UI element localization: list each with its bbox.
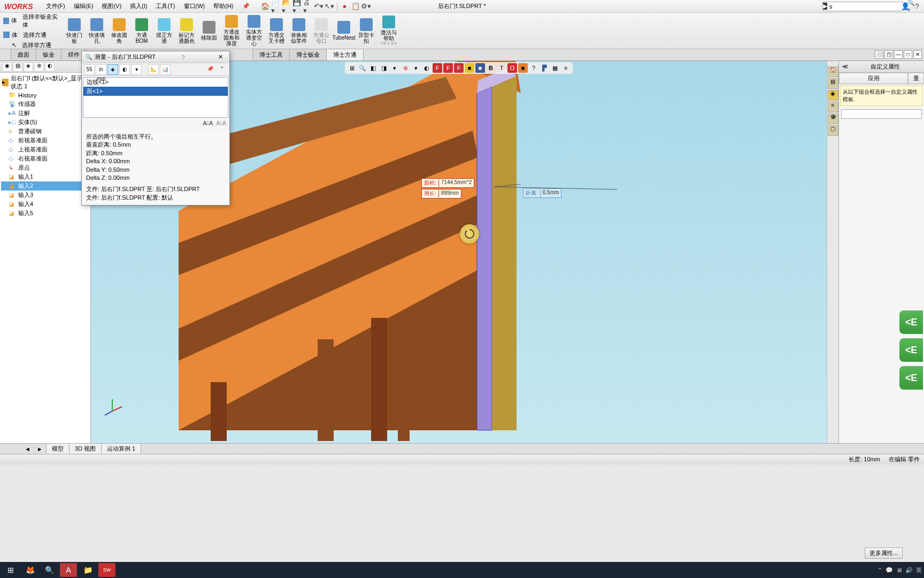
save-icon[interactable]: 💾▾ (292, 2, 302, 11)
sel-tube[interactable]: 选择方通 (23, 31, 47, 39)
rib-hollow[interactable]: 实体方通变空心 (243, 13, 265, 49)
rside-box-icon[interactable]: ▢ (828, 125, 838, 136)
menu-insert[interactable]: 插入(I) (127, 1, 150, 11)
tree-import5[interactable]: ◪输入5 (1, 209, 89, 218)
more-properties-button[interactable]: 更多属性... (865, 547, 903, 559)
win-expand-icon[interactable]: ⬜ (875, 50, 883, 59)
side-tab-2[interactable]: <E (899, 338, 923, 362)
user-icon[interactable]: 👤 (900, 2, 910, 11)
tray-chevron-icon[interactable]: ⌃ (877, 567, 882, 574)
rib-align-tube[interactable]: 摆正方通 (153, 13, 175, 49)
tree-import2[interactable]: ◪输入2 (1, 181, 89, 191)
tree-front-plane[interactable]: ◇前视基准面 (1, 136, 89, 145)
rib-tube-bom[interactable]: 方通BOM (130, 13, 153, 49)
taskbar-solidworks-icon[interactable]: SW (98, 563, 116, 577)
mp-proj-icon[interactable]: 📐 (148, 64, 159, 75)
menu-tools[interactable]: 工具(T) (152, 1, 178, 11)
settings-icon[interactable]: ⚙▾ (361, 2, 371, 11)
rside-home-icon[interactable]: 🏠 (828, 66, 838, 77)
new-icon[interactable]: 📄▾ (271, 2, 281, 11)
sel-nontube[interactable]: 选择非方通 (22, 41, 51, 49)
vp-orange-icon[interactable]: ■ (518, 63, 528, 73)
rside-config-icon[interactable]: ◉ (828, 90, 838, 101)
vp-blue-icon[interactable]: ■ (475, 63, 485, 73)
side-tab-3[interactable]: <E (899, 366, 923, 390)
menu-file[interactable]: 文件(F) (43, 1, 68, 11)
prop-template-select[interactable] (841, 109, 922, 119)
tab-dr-tools[interactable]: 博士工具 (252, 49, 290, 60)
measure-sel-face[interactable]: 面<1> (83, 87, 228, 96)
mp-arc-icon[interactable]: ◐ (119, 64, 130, 75)
rside-hat-icon[interactable]: 🎓 (828, 113, 838, 124)
menu-view[interactable]: 视图(V) (98, 1, 125, 11)
vp-display-icon[interactable]: ◨ (379, 63, 389, 73)
mp-xyz-icon[interactable]: ◈ (107, 64, 118, 75)
menu-edit[interactable]: 编辑(E) (71, 1, 97, 11)
rside-section-icon[interactable]: ≡ (828, 102, 838, 112)
vp-o-icon[interactable]: O (507, 63, 517, 73)
btab-prev-icon[interactable]: ◄ (21, 446, 34, 452)
mp-unit-icon[interactable]: 55 (84, 64, 95, 75)
select-icon[interactable]: ↖▾ (325, 2, 334, 11)
taskbar-firefox-icon[interactable]: 🦊 (21, 563, 38, 577)
vp-orient-icon[interactable]: ⊞ (347, 63, 357, 73)
taskbar-start-icon[interactable]: ⊞ (2, 563, 19, 577)
tree-import1[interactable]: ◪输入1 (1, 172, 89, 181)
tree-top-plane[interactable]: ◇上视基准面 (1, 145, 89, 154)
tab-dr-tube[interactable]: 博士方通 (326, 49, 364, 60)
help-icon[interactable]: ? (912, 2, 922, 11)
tab-dr-sheet[interactable]: 博士钣金 (289, 49, 327, 60)
sel-nonsheet[interactable]: 选择非钣金实体 (22, 13, 60, 29)
vp-red1-icon[interactable]: F (433, 63, 442, 73)
mp-collapse-icon[interactable]: ⌃ (217, 64, 227, 75)
rib-modify-fillet[interactable]: 修改圆角 (108, 13, 130, 49)
rib-remove-face[interactable]: 移除面 (198, 13, 220, 49)
vp-red2-icon[interactable]: F (443, 63, 453, 73)
tab-sheetmetal[interactable]: 钣金 (36, 49, 61, 60)
taskbar-autocad-icon[interactable]: A (60, 563, 77, 577)
vp-section-icon[interactable]: ◧ (368, 63, 378, 73)
vp-zoom-icon[interactable]: 🔍 (358, 63, 367, 73)
taskbar-explorer-icon[interactable]: 📁 (79, 563, 96, 577)
rib-quick-fill[interactable]: 快速填孔 (86, 13, 108, 49)
prop-collapse-icon[interactable]: ≪ (842, 63, 850, 70)
tab-surface[interactable]: 曲面 (11, 49, 36, 60)
tree-root[interactable]: ▸后右门f (默认<<默认>_显示状态 1 (1, 74, 89, 91)
tree-filter-icon[interactable]: ◉ (2, 62, 12, 72)
tree-coord-icon[interactable]: ⊕ (34, 62, 44, 72)
rib-joint[interactable]: 方通公母口 (310, 13, 333, 49)
vp-b-icon[interactable]: B (486, 63, 496, 73)
mp-pin-icon[interactable]: 📌 (205, 64, 215, 75)
options-icon[interactable]: 📋 (351, 2, 360, 11)
rib-change-fillet[interactable]: 方通改圆角和厚度 (220, 13, 243, 49)
tree-right-plane[interactable]: ◇右视基准面 (1, 154, 89, 163)
win-close-icon[interactable]: ✕ (913, 50, 922, 59)
tray-wechat-icon[interactable]: 💬 (886, 567, 893, 574)
menu-window[interactable]: 窗口(W) (181, 1, 209, 11)
tree-history[interactable]: 📁History (1, 91, 89, 100)
tree-sensors[interactable]: 📡传感器 (1, 100, 89, 109)
rib-replace-similar[interactable]: 替换相似零件 (288, 13, 310, 49)
btab-3dview[interactable]: 3D 视图 (69, 443, 102, 454)
print-icon[interactable]: 🖨▾ (303, 2, 313, 11)
measure-help-icon[interactable]: ? (181, 54, 184, 60)
tree-import3[interactable]: ◪输入3 (1, 191, 89, 200)
rib-cross-slot[interactable]: 方通交叉卡槽 (265, 13, 288, 49)
rside-layers-icon[interactable]: ▤ (828, 78, 838, 89)
vp-appear-icon[interactable]: ◐ (422, 63, 432, 73)
mp-point-icon[interactable]: ▾ (131, 64, 142, 75)
vp-t-icon[interactable]: T (497, 63, 506, 73)
tree-appear-icon[interactable]: ◐ (45, 62, 55, 72)
rib-mark-color[interactable]: 标记方通颜色 (175, 13, 198, 49)
tree-config-icon[interactable]: ▤ (13, 62, 22, 72)
rib-tubenest[interactable]: TubeNest (333, 13, 355, 49)
measure-sel-edge[interactable]: 边线<1> (83, 78, 228, 87)
taskbar-search-icon[interactable]: 🔍 (41, 563, 58, 577)
tray-network-icon[interactable]: 🖥 (896, 567, 902, 573)
search-input[interactable] (827, 3, 905, 10)
rib-special-clip[interactable]: 异型卡扣 (355, 13, 378, 49)
open-icon[interactable]: 📂▾ (282, 2, 291, 11)
tree-origin[interactable]: ↳原点 (1, 163, 89, 172)
btab-next-icon[interactable]: ► (34, 446, 46, 452)
vp-grid-icon[interactable]: ▦ (550, 63, 560, 73)
